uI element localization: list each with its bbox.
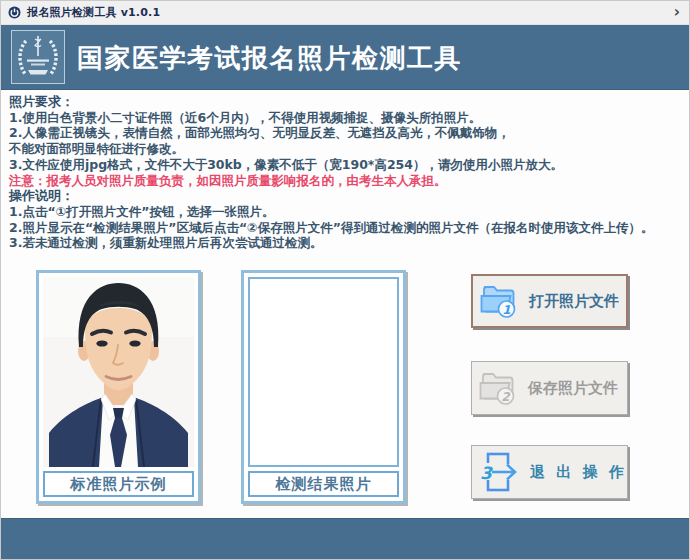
warning-text: 注意：报考人员对照片质量负责，如因照片质量影响报名的，由考生本人承担。 [9, 173, 687, 189]
result-photo-area [248, 277, 399, 467]
save-photo-button[interactable]: 2 保存照片文件 [471, 361, 628, 415]
sample-portrait-photo [43, 277, 194, 467]
requirements-heading: 照片要求： [9, 94, 687, 110]
exit-button[interactable]: 3 退 出 操 作 [471, 445, 628, 499]
titlebar-chevron-icon[interactable]: › [674, 5, 680, 20]
exit-button-label: 退 出 操 作 [530, 463, 627, 482]
info-text: 照片要求： 1.使用白色背景小二寸证件照（近6个月内），不得使用视频捕捉、摄像头… [9, 94, 687, 251]
save-folder-icon: 2 [479, 370, 519, 406]
titlebar: 报名照片检测工具 v1.0.1 › [1, 1, 689, 25]
open-photo-button-label: 打开照片文件 [529, 292, 619, 311]
instructions-heading: 操作说明： [9, 188, 687, 204]
app-icon [8, 6, 21, 19]
result-photo-label: 检测结果照片 [248, 471, 399, 497]
requirement-line: 1.使用白色背景小二寸证件照（近6个月内），不得使用视频捕捉、摄像头所拍照片。 [9, 110, 687, 126]
instruction-line: 1.点击“①打开照片文件”按钮，选择一张照片。 [9, 204, 687, 220]
footer-bar [1, 518, 689, 560]
result-photo-frame: 检测结果照片 [241, 270, 406, 504]
window-title: 报名照片检测工具 v1.0.1 [27, 5, 160, 20]
instruction-line: 3.若未通过检测，须重新处理照片后再次尝试通过检测。 [9, 235, 687, 251]
sample-photo-frame: 标准照片示例 [36, 270, 201, 504]
sample-photo-label: 标准照片示例 [43, 471, 194, 497]
requirement-line: 不能对面部明显特征进行修改。 [9, 141, 687, 157]
save-photo-button-label: 保存照片文件 [528, 379, 618, 398]
svg-text:3: 3 [480, 463, 493, 483]
app-header: 国家医学考试报名照片检测工具 [1, 25, 689, 90]
instruction-line: 2.照片显示在“检测结果照片”区域后点击“②保存照片文件”得到通过检测的照片文件… [9, 220, 687, 236]
exit-door-arrow-icon: 3 [479, 451, 521, 493]
header-title: 国家医学考试报名照片检测工具 [77, 41, 462, 76]
app-window: 报名照片检测工具 v1.0.1 › 国家医学考试报名照片检测工具 照片要求： 1… [0, 0, 690, 560]
requirement-line: 3.文件应使用jpg格式，文件不大于30kb，像素不低于（宽190*高254），… [9, 157, 687, 173]
requirement-line: 2.人像需正视镜头，表情自然，面部光照均匀、无明显反差、无遮挡及高光，不佩戴饰物… [9, 125, 687, 141]
svg-text:1: 1 [502, 303, 510, 317]
open-photo-button[interactable]: 1 打开照片文件 [471, 274, 628, 328]
open-folder-icon: 1 [480, 283, 520, 319]
medical-exam-emblem-icon [11, 30, 65, 84]
